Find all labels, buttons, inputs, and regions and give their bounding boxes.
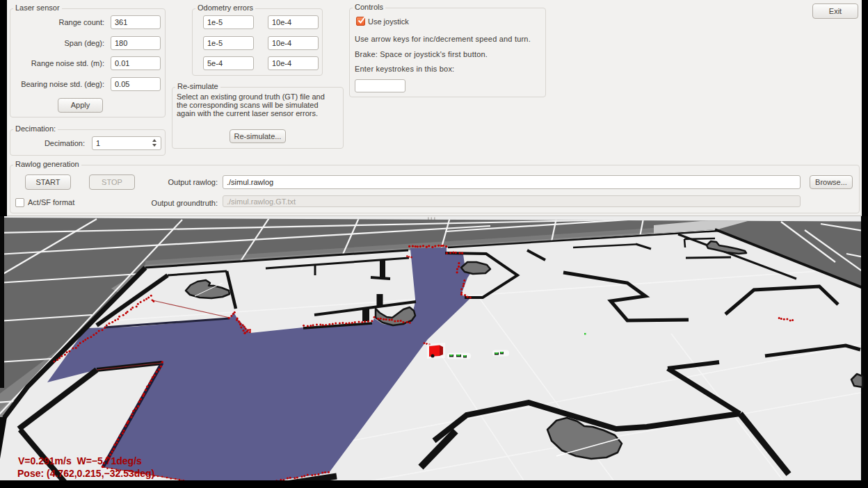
svg-text:Pose: (4.762,0.215,−32.53deg): Pose: (4.762,0.215,−32.53deg) bbox=[17, 468, 154, 479]
svg-text:V=0.291m/s W=−5.71deg/s: V=0.291m/s W=−5.71deg/s bbox=[18, 455, 142, 466]
